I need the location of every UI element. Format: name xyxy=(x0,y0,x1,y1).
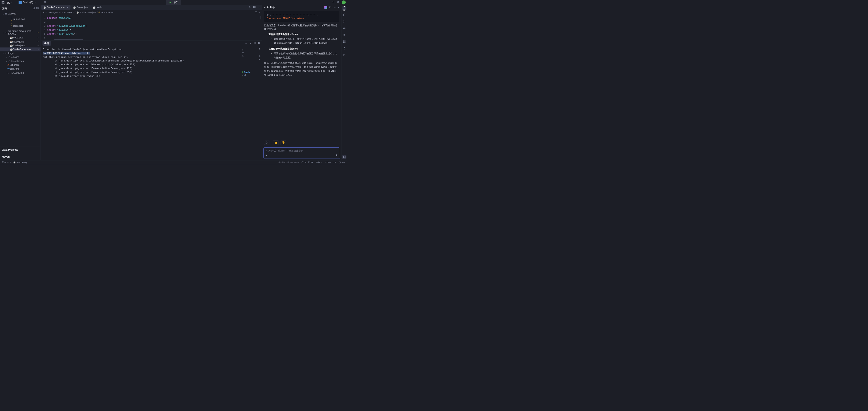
right-rail: ✦AI xyxy=(341,5,347,160)
thumbs-up-icon[interactable]: 👍 xyxy=(273,140,279,145)
svg-point-18 xyxy=(345,21,345,21)
ai-sparkle-icon: ✦ xyxy=(264,6,266,9)
folder-item[interactable]: ›🗀classes xyxy=(0,55,41,59)
folder-item[interactable]: ›🗀test-classes xyxy=(0,59,41,63)
terminal-output[interactable]: Exception in thread "main" java.awt.Head… xyxy=(41,46,240,115)
more-icon[interactable]: ⋯ xyxy=(333,6,336,9)
grid-rail-icon[interactable] xyxy=(342,39,346,44)
send-icon[interactable] xyxy=(336,154,338,157)
folder-item[interactable]: ⌄🗀target xyxy=(0,51,41,55)
svg-marker-10 xyxy=(249,6,251,8)
breadcrumbs[interactable]: src/ main/ java/ com/ SNAKE/ ☕ SnakeGame… xyxy=(41,10,262,15)
ai-rail-icon[interactable]: ✦AI xyxy=(342,6,346,10)
svg-point-21 xyxy=(344,34,345,35)
file-item[interactable]: ☕Food.java xyxy=(0,36,41,39)
cursor-position[interactable]: 行 56，列 22 xyxy=(302,161,313,164)
file-item[interactable]: { }tasks.json xyxy=(0,22,41,29)
ai-response: -p ,---------,---------,------,-----, cl… xyxy=(262,10,342,139)
file-item[interactable]: ☕Snake.java xyxy=(0,44,41,48)
ai-feedback: 👍 👎 xyxy=(262,139,342,146)
panel-rail-icon[interactable] xyxy=(342,155,346,159)
svg-point-16 xyxy=(343,21,344,21)
java-badge-icon xyxy=(19,1,22,4)
flask-rail-icon[interactable] xyxy=(342,46,346,51)
svg-point-5 xyxy=(333,3,333,3)
java-projects-section[interactable]: Java Projects xyxy=(0,146,41,153)
run-button[interactable]: ▶ 运行 xyxy=(166,0,181,5)
help-icon[interactable] xyxy=(332,1,334,4)
svg-rect-33 xyxy=(343,156,345,158)
folder-item[interactable]: ⌄🗀src / main / java / com / SNAKE xyxy=(0,29,41,36)
svg-line-3 xyxy=(45,2,46,3)
sidebar-toggle-icon[interactable] xyxy=(1,1,5,4)
ai-title: AI 助手 xyxy=(267,6,275,9)
code-editor[interactable]: 123456 package com.SNAKE; import java.ut… xyxy=(41,15,262,40)
marscode-logo[interactable]: //. ⌄ xyxy=(7,0,13,4)
eol-status[interactable]: LF xyxy=(334,161,336,163)
theme-icon[interactable] xyxy=(324,6,327,9)
file-item[interactable]: ☕SnakeGame.java xyxy=(0,48,41,51)
terminal-instance-2[interactable]: └⎙ xyxy=(241,55,260,58)
thumbs-down-icon[interactable]: 👎 xyxy=(281,140,286,145)
tab-snake[interactable]: ☕ Snake.java xyxy=(71,5,90,9)
file-item[interactable]: ⎇.gitignore xyxy=(0,63,41,67)
status-bar: ⓧ0 ⚠2 ☕Java: Ready 掘金技术社区 @ 小白喵u 行 56，列 … xyxy=(0,160,347,164)
svg-rect-0 xyxy=(2,1,4,3)
close-icon[interactable]: ✕ xyxy=(67,6,69,9)
tab-snakegame[interactable]: ☕ SnakeGame.java ✕ xyxy=(41,5,70,9)
code-area[interactable]: package com.SNAKE; import java.util.Link… xyxy=(47,15,262,40)
split-editor-icon[interactable] xyxy=(253,6,256,9)
ai-panel: ✦ AI 助手 ⋯ ✕ -p ,---------,---------,----… xyxy=(262,5,341,160)
svg-rect-28 xyxy=(344,41,345,41)
ai-spark-icon[interactable]: ✦ xyxy=(266,154,268,157)
line-gutter: 123456 xyxy=(41,15,47,40)
encoding-status[interactable]: UTF-8 xyxy=(325,161,331,163)
project-selector[interactable]: Snake(1) ⌄ xyxy=(19,1,36,4)
horizontal-scrollbar[interactable] xyxy=(54,39,83,40)
target-rail-icon[interactable] xyxy=(342,26,346,30)
svg-point-2 xyxy=(44,1,46,3)
language-status[interactable]: { } Java xyxy=(339,161,345,163)
ai-input[interactable]: 与 AI 对话，或使用 "/" 唤起快捷指令 ✦ xyxy=(264,148,340,159)
new-folder-icon[interactable] xyxy=(36,7,39,10)
tab-node[interactable]: ☕ Node. xyxy=(91,5,105,9)
maven-section[interactable]: Maven xyxy=(0,153,41,160)
terminal-side: ┌⎙ % └⎙ ✓ ➜ Snake ○ e xyxy=(240,46,262,115)
run-file-icon[interactable] xyxy=(249,6,251,9)
power-rail-icon[interactable] xyxy=(342,53,346,57)
file-rail-icon[interactable] xyxy=(342,13,346,17)
file-item[interactable]: ⓘREADME.md xyxy=(0,71,41,75)
java-file-icon: ☕ xyxy=(76,11,79,14)
svg-point-20 xyxy=(344,28,345,29)
more-icon[interactable]: ⋯ xyxy=(258,6,260,9)
svg-point-17 xyxy=(343,22,344,23)
file-item[interactable]: { }launch.json xyxy=(0,16,41,23)
search-icon[interactable] xyxy=(44,1,46,4)
history-icon[interactable] xyxy=(329,6,332,9)
java-file-icon: ☕ xyxy=(73,6,76,9)
branch-rail-icon[interactable] xyxy=(342,20,346,24)
close-ai-icon[interactable]: ✕ xyxy=(338,6,340,9)
new-file-icon[interactable] xyxy=(33,7,35,10)
title-bar: //. ⌄ Snake(1) ⌄ ▶ 运行 xyxy=(0,0,347,5)
bug-rail-icon[interactable] xyxy=(342,33,346,37)
svg-rect-30 xyxy=(344,42,345,42)
user-avatar[interactable] xyxy=(342,0,346,4)
notification-icon[interactable] xyxy=(337,1,339,4)
svg-rect-27 xyxy=(343,41,344,41)
indent-status[interactable]: 空格: 4 xyxy=(316,161,322,164)
file-item[interactable]: </>pom.xml xyxy=(0,67,41,71)
watermark: 掘金技术社区 @ 小白喵u xyxy=(278,161,299,164)
editor-tabs: ☕ SnakeGame.java ✕ ☕ Snake.java ☕ Node. … xyxy=(41,5,262,10)
info-icon[interactable]: ⓘ xyxy=(255,11,257,14)
terminal-prompt[interactable]: ➜ Snake xyxy=(241,71,260,73)
java-status[interactable]: ☕Java: Ready xyxy=(13,161,27,163)
sidebar-title: 文件 xyxy=(2,6,7,10)
minimap[interactable] xyxy=(260,16,261,20)
folder-item[interactable]: ⌄🗀.vscode xyxy=(0,12,41,15)
file-item[interactable]: ☕Node.java xyxy=(0,40,41,44)
java-file-icon: ☕ xyxy=(93,6,96,9)
java-file-icon: ☕ xyxy=(43,6,46,9)
regenerate-icon[interactable] xyxy=(264,140,269,145)
problems-status[interactable]: ⓧ0 ⚠2 xyxy=(2,161,11,164)
